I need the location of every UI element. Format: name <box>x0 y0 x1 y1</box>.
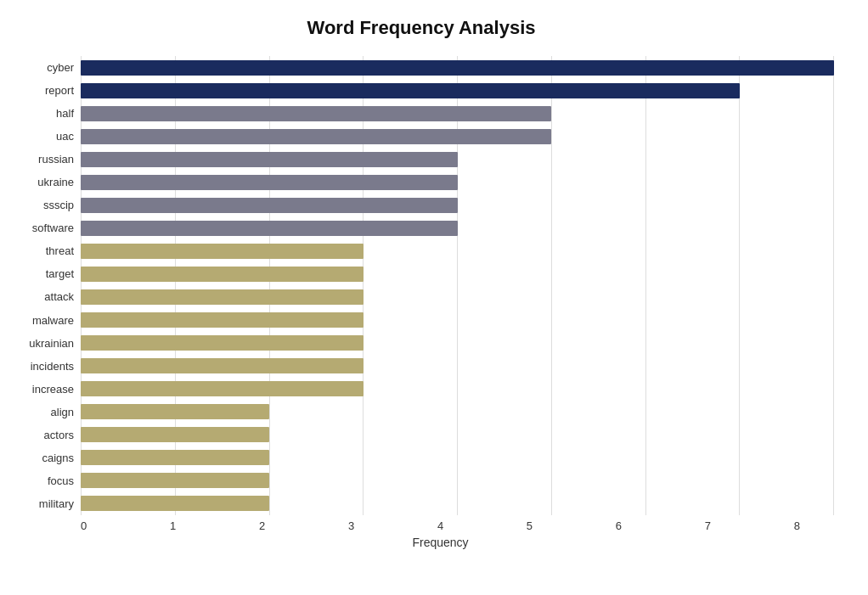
x-tick: 6 <box>616 519 622 532</box>
y-label: ukraine <box>37 177 74 188</box>
grid-line <box>739 56 740 515</box>
bar-row <box>81 196 834 215</box>
bar-row <box>81 173 834 192</box>
x-tick: 5 <box>527 519 533 532</box>
bar <box>81 221 458 236</box>
bar-row <box>81 150 834 169</box>
bar <box>81 83 740 98</box>
bar <box>81 450 269 465</box>
bar <box>81 289 364 305</box>
y-label: actors <box>44 429 74 441</box>
bar <box>81 152 458 167</box>
bar <box>81 335 364 351</box>
bar-row <box>81 356 834 375</box>
bar-row <box>81 59 834 77</box>
y-label: cyber <box>47 62 74 73</box>
y-label: russian <box>38 154 74 165</box>
grid-line <box>551 56 552 515</box>
bar <box>81 244 364 259</box>
bar <box>81 473 269 488</box>
chart-area: cyberreporthalfuacrussianukrainessscipso… <box>8 56 834 515</box>
bar <box>81 427 269 442</box>
y-label: half <box>56 108 74 119</box>
y-label: increase <box>32 384 74 395</box>
grid-line <box>175 56 176 515</box>
grid-line <box>645 56 646 515</box>
grid-line <box>457 56 458 515</box>
y-label: caigns <box>42 452 74 463</box>
x-axis-label: Frequency <box>81 532 800 549</box>
grid-line <box>363 56 364 515</box>
y-label: uac <box>56 131 74 142</box>
bar <box>81 106 551 121</box>
y-label: threat <box>46 245 74 256</box>
x-tick: 2 <box>259 519 265 532</box>
bar-row <box>81 219 834 238</box>
y-label: incidents <box>31 361 74 372</box>
bar <box>81 496 269 511</box>
x-axis: 012345678 <box>81 515 834 532</box>
bar-row <box>81 104 834 123</box>
y-label: report <box>45 85 74 96</box>
x-tick: 4 <box>437 519 443 532</box>
x-tick: 3 <box>348 519 354 532</box>
x-tick: 0 <box>81 519 87 532</box>
y-label: ukrainian <box>29 338 74 349</box>
chart-container: Word Frequency Analysis cyberreporthalfu… <box>0 0 868 595</box>
y-label: software <box>32 222 74 233</box>
y-label: focus <box>48 475 74 486</box>
x-tick: 1 <box>170 519 176 532</box>
bar-row <box>81 448 834 467</box>
bar <box>81 267 364 282</box>
bar <box>81 175 458 190</box>
bar-row <box>81 288 834 306</box>
y-label: align <box>51 407 74 418</box>
bar-row <box>81 127 834 146</box>
bar <box>81 198 458 213</box>
y-label: malware <box>32 315 74 326</box>
bar <box>81 129 551 144</box>
y-label: military <box>39 498 74 509</box>
grid-line <box>81 56 82 515</box>
bar <box>81 312 364 328</box>
bar-row <box>81 334 834 352</box>
bar-row <box>81 425 834 444</box>
bar <box>81 60 834 76</box>
y-label: ssscip <box>43 199 74 210</box>
bar-row <box>81 402 834 421</box>
bar-row <box>81 242 834 261</box>
grid-line <box>833 56 834 515</box>
bar-row <box>81 471 834 490</box>
bar-row <box>81 81 834 100</box>
bar-row <box>81 265 834 283</box>
y-labels: cyberreporthalfuacrussianukrainessscipso… <box>8 56 81 515</box>
grid-line <box>269 56 270 515</box>
bar <box>81 381 364 396</box>
bar-row <box>81 379 834 398</box>
grid-lines <box>81 56 834 515</box>
x-tick: 8 <box>794 519 800 532</box>
bar-row <box>81 311 834 329</box>
bar-row <box>81 494 834 513</box>
x-tick: 7 <box>705 519 711 532</box>
chart-title: Word Frequency Analysis <box>8 17 834 39</box>
y-label: attack <box>44 291 74 302</box>
y-label: target <box>46 268 74 279</box>
bars-and-grid <box>81 56 834 515</box>
bar <box>81 404 269 419</box>
bar <box>81 358 364 373</box>
